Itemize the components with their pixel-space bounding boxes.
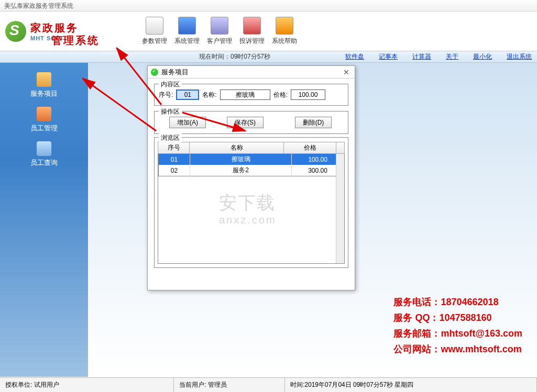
data-table[interactable]: 序号 名称 价格 <box>158 142 345 154</box>
table-row[interactable]: 02服务2300.00 <box>159 165 344 176</box>
window-titlebar: 美弘泰家政服务管理系统 <box>0 0 537 12</box>
add-button[interactable]: 增加(A) <box>169 117 206 128</box>
delete-button[interactable]: 删除(D) <box>295 117 332 128</box>
contact-mail: 服务邮箱：mhtsoft@163.com <box>393 326 522 341</box>
logo-line2: 管理系统 <box>51 33 100 48</box>
check-icon <box>151 69 158 76</box>
col-xu[interactable]: 序号 <box>158 142 190 154</box>
cabinet-icon <box>178 17 196 35</box>
toolbar-system-mgmt[interactable]: 系统管理 <box>171 15 203 48</box>
house-icon <box>276 17 293 35</box>
save-button[interactable]: 保存(S) <box>227 117 264 128</box>
canvas: 服务项目 ✕ 内容区 序号: 名称: 价格: 操作区 增加(A) 保存( <box>88 63 537 377</box>
sidebar-item-staff-mgmt[interactable]: 员工管理 <box>0 104 88 138</box>
toolbar-param-mgmt[interactable]: 参数管理 <box>138 15 171 48</box>
contact-site: 公司网站：www.mhtsoft.com <box>393 341 522 357</box>
col-name[interactable]: 名称 <box>190 142 284 154</box>
svg-line-1 <box>83 79 156 131</box>
col-price[interactable]: 价格 <box>284 142 336 154</box>
link-about[interactable]: 关于 <box>446 52 458 61</box>
link-notepad[interactable]: 记事本 <box>379 52 398 61</box>
link-exit[interactable]: 退出系统 <box>507 52 532 61</box>
status-bar: 授权单位: 试用用户 当前用户: 管理员 时间:2019年07月04日 09时0… <box>0 377 537 392</box>
link-bar: 现在时间：09时07分57秒 软件盘 记事本 计算器 关于 最小化 退出系统 <box>0 51 537 63</box>
link-minimize[interactable]: 最小化 <box>473 52 492 61</box>
monitor-icon <box>211 17 228 35</box>
sidebar-item-staff-query[interactable]: 员工查询 <box>0 138 88 173</box>
ops-fieldset: 操作区 增加(A) 保存(S) 删除(D) <box>154 111 348 134</box>
logo-line1: 家政服务 <box>30 21 79 35</box>
dialog-titlebar[interactable]: 服务项目 ✕ <box>148 66 355 79</box>
status-user: 当前用户: 管理员 <box>174 378 285 392</box>
close-icon[interactable]: ✕ <box>341 68 352 76</box>
name-label: 名称: <box>202 91 216 99</box>
phone-icon <box>243 17 261 35</box>
window-title: 美弘泰家政服务管理系统 <box>4 2 73 9</box>
link-softdisk[interactable]: 软件盘 <box>345 52 364 61</box>
price-label: 价格: <box>273 91 288 99</box>
people-icon <box>37 107 51 121</box>
xu-label: 序号: <box>159 91 173 99</box>
main-toolbar: 参数管理 系统管理 客户管理 投诉管理 系统帮助 <box>138 15 301 48</box>
contact-qq: 服务 QQ：1047588160 <box>393 310 522 326</box>
name-input[interactable] <box>220 89 270 100</box>
current-time: 现在时间：09时07分57秒 <box>199 52 270 61</box>
toolbar-complaint-mgmt[interactable]: 投诉管理 <box>236 15 268 48</box>
search-doc-icon <box>37 141 51 156</box>
table-row[interactable]: 01擦玻璃100.00 <box>159 154 344 165</box>
sidebar: 服务项目 员工管理 员工查询 <box>0 63 88 377</box>
content-fieldset: 内容区 序号: 名称: 价格: <box>154 84 348 106</box>
toolbar-help[interactable]: 系统帮助 <box>268 15 301 48</box>
scrollbar[interactable] <box>336 154 344 263</box>
status-auth: 授权单位: 试用用户 <box>0 378 174 392</box>
logo-icon <box>5 21 26 42</box>
price-input[interactable] <box>291 89 325 100</box>
clipboard-icon <box>146 17 163 35</box>
browse-fieldset: 浏览区 序号 名称 价格 01擦玻璃100.0002服务2300.00 <box>154 137 348 268</box>
contact-info: 服务电话：18704662018 服务 QQ：1047588160 服务邮箱：m… <box>393 294 522 357</box>
contact-phone: 服务电话：18704662018 <box>393 294 522 310</box>
service-dialog: 服务项目 ✕ 内容区 序号: 名称: 价格: 操作区 增加(A) 保存( <box>147 65 355 290</box>
dialog-title: 服务项目 <box>161 68 189 77</box>
status-time: 时间:2019年07月04日 09时07分57秒 星期四 <box>285 378 537 392</box>
xu-input[interactable] <box>176 89 199 100</box>
link-calc[interactable]: 计算器 <box>412 52 431 61</box>
header: 家政服务 MHT SOFT 管理系统 参数管理 系统管理 客户管理 投诉管理 系… <box>0 12 537 51</box>
clipboard-icon <box>37 72 51 87</box>
toolbar-customer-mgmt[interactable]: 客户管理 <box>203 15 236 48</box>
sidebar-item-service[interactable]: 服务项目 <box>0 69 88 104</box>
